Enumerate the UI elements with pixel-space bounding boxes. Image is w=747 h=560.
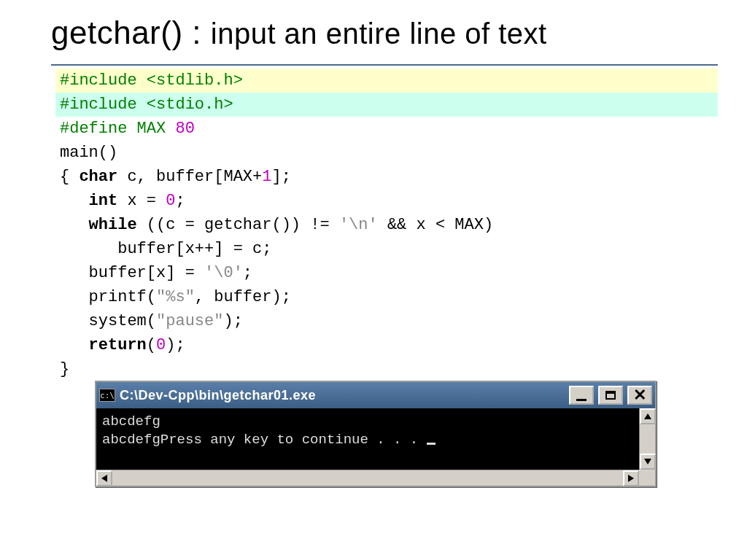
chevron-down-icon: [644, 459, 651, 464]
close-button[interactable]: ✕: [627, 386, 652, 405]
console-output[interactable]: abcdefg abcdefgPress any key to continue…: [96, 408, 655, 486]
title-main: getchar() :: [51, 15, 211, 50]
scroll-up-button[interactable]: [640, 408, 656, 424]
code-line-3n: 80: [175, 120, 194, 138]
title-sub: input an entire line of text: [211, 18, 547, 50]
console-icon: c:\: [99, 389, 115, 402]
code-line-2: #include <stdio.h>: [60, 96, 233, 114]
scroll-left-button[interactable]: [96, 470, 112, 486]
maximize-button[interactable]: [598, 386, 623, 405]
chevron-right-icon: [628, 475, 634, 482]
resize-grip[interactable]: [639, 470, 655, 486]
kw-while: while: [89, 216, 137, 234]
code-editor: #include <stdlib.h> #include <stdio.h> #…: [51, 64, 718, 381]
code-line-1: #include <stdlib.h>: [60, 71, 243, 90]
horizontal-scrollbar[interactable]: [96, 470, 639, 486]
vertical-scrollbar[interactable]: [639, 408, 655, 470]
console-titlebar[interactable]: c:\ C:\Dev-Cpp\bin\getchar01.exe ✕: [96, 382, 655, 408]
code-line-4: main(): [55, 141, 718, 165]
chevron-up-icon: [644, 413, 651, 419]
console-window: c:\ C:\Dev-Cpp\bin\getchar01.exe ✕ abcde…: [95, 381, 657, 487]
code-line-13: }: [55, 357, 718, 381]
kw-return: return: [89, 336, 147, 354]
minimize-button[interactable]: [569, 386, 594, 405]
console-line-1: abcdefg: [102, 413, 649, 431]
chevron-left-icon: [101, 475, 107, 482]
kw-int: int: [89, 192, 118, 210]
console-line-2: abcdefgPress any key to continue . . .: [102, 432, 427, 448]
cursor-icon: [427, 443, 436, 445]
code-line-3a: #define MAX: [60, 120, 175, 138]
code-line-8: buffer[x++] = c;: [55, 237, 718, 261]
scroll-right-button[interactable]: [623, 470, 639, 486]
kw-char: char: [79, 168, 117, 186]
scroll-down-button[interactable]: [640, 454, 656, 470]
console-title: C:\Dev-Cpp\bin\getchar01.exe: [120, 388, 565, 403]
page-title: getchar() : input an entire line of text: [51, 15, 718, 51]
